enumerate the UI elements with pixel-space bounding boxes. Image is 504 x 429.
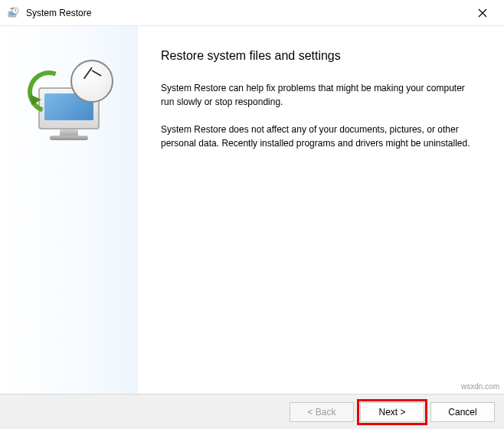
watermark-text: wsxdn.com xyxy=(461,382,499,391)
cancel-button[interactable]: Cancel xyxy=(430,402,495,422)
system-restore-illustration-icon xyxy=(23,57,115,149)
back-button: < Back xyxy=(290,402,354,422)
wizard-main: Restore system files and settings System… xyxy=(138,26,504,394)
window-title: System Restore xyxy=(26,8,467,18)
intro-paragraph-1: System Restore can help fix problems tha… xyxy=(161,81,475,109)
titlebar: System Restore xyxy=(0,0,504,26)
system-restore-icon xyxy=(6,6,20,20)
wizard-sidebar xyxy=(0,26,138,394)
close-button[interactable] xyxy=(467,0,498,26)
wizard-footer: < Back Next > Cancel xyxy=(0,394,504,429)
content-area: Restore system files and settings System… xyxy=(0,26,504,394)
next-button[interactable]: Next > xyxy=(360,402,424,422)
intro-paragraph-2: System Restore does not affect any of yo… xyxy=(161,123,475,150)
page-heading: Restore system files and settings xyxy=(161,49,481,63)
